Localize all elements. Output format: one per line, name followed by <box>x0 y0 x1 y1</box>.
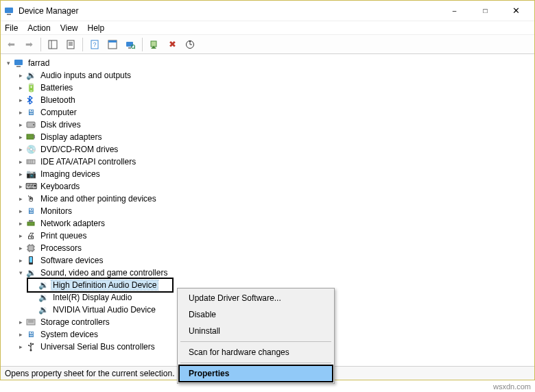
expand-icon[interactable]: ▸ <box>16 95 25 105</box>
context-menu: Update Driver Software... Disable Uninst… <box>177 288 335 384</box>
controller-icon <box>25 156 36 167</box>
ctx-update-driver[interactable]: Update Driver Software... <box>179 290 333 306</box>
tree-node-print-queues[interactable]: ▸ 🖨 Print queues <box>16 230 533 242</box>
tree-node-audio-inputs-outputs[interactable]: ▸ 🔉 Audio inputs and outputs <box>16 69 533 82</box>
svg-rect-2 <box>49 40 57 49</box>
tree-root-node[interactable]: ▾ farrad <box>3 57 533 69</box>
mouse-icon: 🖱 <box>25 193 36 204</box>
monitor-icon: 🖥 <box>25 107 36 118</box>
help-button[interactable]: ? <box>87 37 102 52</box>
expand-icon[interactable]: ▸ <box>16 243 25 253</box>
tree-node-dvd-cdrom[interactable]: ▸ 💿 DVD/CD-ROM drives <box>16 143 533 156</box>
ctx-disable[interactable]: Disable <box>179 306 333 323</box>
speaker-icon: 🔉 <box>25 267 36 278</box>
properties-button[interactable] <box>63 37 78 52</box>
expand-icon[interactable]: ▸ <box>16 182 25 191</box>
tree-node-computer[interactable]: ▸ 🖥 Computer <box>16 106 533 119</box>
titlebar: Device Manager – □ ✕ <box>1 1 534 21</box>
ctx-uninstall[interactable]: Uninstall <box>179 323 333 339</box>
camera-icon: 📷 <box>25 169 36 180</box>
uninstall-device-button[interactable]: ✖ <box>165 37 180 52</box>
tree-node-batteries[interactable]: ▸ 🔋 Batteries <box>16 82 533 94</box>
software-device-icon <box>25 255 36 266</box>
optical-drive-icon: 💿 <box>25 144 36 155</box>
tree-node-monitors[interactable]: ▸ 🖥 Monitors <box>16 205 533 217</box>
svg-rect-12 <box>126 42 133 47</box>
forward-button[interactable]: ➡ <box>21 37 36 52</box>
speaker-icon: 🔉 <box>38 280 49 291</box>
svg-point-21 <box>33 124 34 125</box>
expand-icon[interactable]: ▸ <box>16 219 25 228</box>
action-button[interactable] <box>105 37 120 52</box>
tree-node-disk-drives[interactable]: ▸ Disk drives <box>16 119 533 131</box>
expand-icon[interactable]: ▸ <box>16 71 25 80</box>
close-button[interactable]: ✕ <box>501 1 532 21</box>
ctx-scan-hardware[interactable]: Scan for hardware changes <box>179 344 333 360</box>
tree-node-sound-video-game[interactable]: ▾ 🔉 Sound, video and game controllers <box>16 267 533 279</box>
tree-node-high-definition-audio[interactable]: ▸ 🔉 High Definition Audio Device <box>28 279 172 291</box>
expand-icon[interactable]: ▸ <box>16 83 25 93</box>
svg-rect-40 <box>29 257 32 262</box>
window-title: Device Manager <box>19 6 439 16</box>
menu-action[interactable]: Action <box>27 23 50 33</box>
disk-icon <box>25 119 36 130</box>
tree-node-ide-ata[interactable]: ▸ IDE ATA/ATAPI controllers <box>16 156 533 168</box>
menu-help[interactable]: Help <box>88 23 105 33</box>
show-hide-console-tree-button[interactable] <box>45 37 60 52</box>
battery-icon: 🔋 <box>25 82 36 93</box>
collapse-icon[interactable]: ▾ <box>3 58 13 68</box>
svg-rect-30 <box>28 245 34 251</box>
speaker-icon: 🔉 <box>38 304 49 315</box>
tree-node-imaging[interactable]: ▸ 📷 Imaging devices <box>16 168 533 180</box>
statusbar-text: Opens property sheet for the current sel… <box>5 369 174 378</box>
expand-icon[interactable]: ▸ <box>16 132 25 142</box>
expand-icon[interactable]: ▸ <box>16 342 25 352</box>
svg-point-47 <box>28 345 29 346</box>
expand-icon[interactable]: ▸ <box>16 330 25 339</box>
maximize-button[interactable]: □ <box>470 1 501 21</box>
expand-icon[interactable]: ▸ <box>16 256 25 265</box>
toolbar-separator <box>142 38 143 51</box>
expand-icon[interactable]: ▸ <box>16 194 25 204</box>
menu-view[interactable]: View <box>60 23 78 33</box>
cpu-icon <box>25 243 36 254</box>
expand-icon[interactable]: ▸ <box>16 206 25 216</box>
collapse-icon[interactable]: ▾ <box>16 268 25 278</box>
minimize-button[interactable]: – <box>439 1 470 21</box>
svg-rect-4 <box>67 40 74 49</box>
ctx-properties[interactable]: Properties <box>179 365 333 382</box>
tree-node-network[interactable]: ▸ Network adapters <box>16 217 533 230</box>
expand-icon[interactable]: ▸ <box>16 157 25 167</box>
app-icon <box>3 5 14 16</box>
usb-icon <box>25 341 36 352</box>
svg-rect-1 <box>7 14 11 15</box>
tree-node-processors[interactable]: ▸ Processors <box>16 242 533 254</box>
expand-icon[interactable]: ▸ <box>16 145 25 154</box>
expand-icon[interactable]: ▸ <box>16 317 25 327</box>
svg-rect-19 <box>16 66 21 67</box>
expand-icon[interactable]: ▸ <box>16 120 25 130</box>
tree-node-display-adapters[interactable]: ▸ Display adapters <box>16 131 533 143</box>
tree-node-keyboards[interactable]: ▸ ⌨ Keyboards <box>16 180 533 193</box>
svg-rect-13 <box>128 47 131 49</box>
svg-rect-0 <box>5 8 13 13</box>
back-button[interactable]: ⬅ <box>3 37 19 52</box>
expand-icon[interactable]: ▸ <box>16 108 25 117</box>
tree-node-mice[interactable]: ▸ 🖱 Mice and other pointing devices <box>16 193 533 205</box>
tree-node-software-devices[interactable]: ▸ Software devices <box>16 254 533 267</box>
update-driver-button[interactable] <box>182 37 198 52</box>
expand-icon[interactable]: ▸ <box>16 169 25 179</box>
svg-rect-23 <box>34 135 35 138</box>
scan-hardware-button[interactable] <box>123 37 138 52</box>
expand-icon[interactable]: ▸ <box>16 231 25 241</box>
svg-rect-11 <box>108 40 117 42</box>
svg-rect-28 <box>27 222 34 225</box>
tree-node-bluetooth[interactable]: ▸ Bluetooth <box>16 94 533 106</box>
svg-rect-22 <box>27 134 34 139</box>
enable-device-button[interactable] <box>147 37 162 52</box>
speaker-icon: 🔉 <box>25 70 36 81</box>
menu-file[interactable]: File <box>5 23 18 33</box>
speaker-icon: 🔉 <box>38 292 49 303</box>
context-menu-separator <box>180 363 331 363</box>
storage-icon <box>25 317 36 328</box>
